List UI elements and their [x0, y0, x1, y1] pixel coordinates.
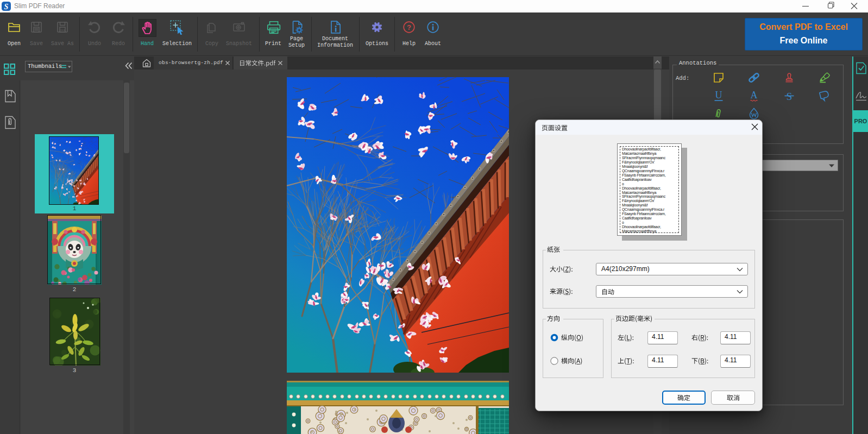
svg-text:U: U: [715, 90, 722, 100]
svg-text:?: ?: [407, 23, 411, 32]
svg-text:S: S: [4, 3, 9, 11]
svg-text:A: A: [751, 90, 758, 100]
